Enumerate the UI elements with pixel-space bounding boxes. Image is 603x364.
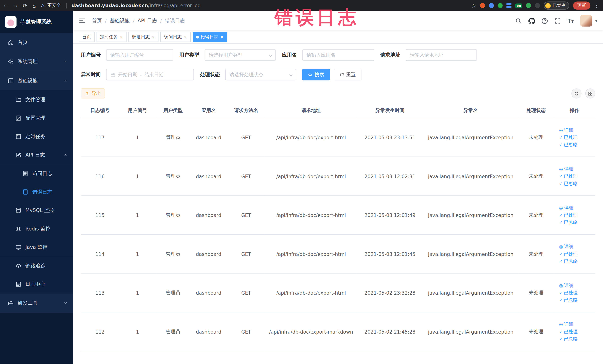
document-icon xyxy=(22,170,28,176)
extension-grid-icon[interactable] xyxy=(506,3,511,8)
close-icon[interactable]: × xyxy=(152,35,155,39)
check-icon: ✓ xyxy=(559,328,563,335)
request-url-input[interactable] xyxy=(406,49,477,61)
search-button[interactable]: 搜索 xyxy=(302,69,330,80)
chevron-down-icon xyxy=(63,59,68,64)
detail-link[interactable]: ◎详细 xyxy=(559,243,593,250)
sidebar-logo[interactable]: 芋道管理系统 xyxy=(0,11,73,33)
url-path: /infra/log/api-error-log xyxy=(148,3,201,9)
sidebar-item-config-management[interactable]: 配置管理 xyxy=(0,109,73,127)
breadcrumb-home[interactable]: 首页 xyxy=(92,17,102,24)
ignored-link[interactable]: ✓已忽略 xyxy=(559,141,593,148)
extension-icon[interactable] xyxy=(535,3,540,8)
tab-error-logs[interactable]: 错误日志× xyxy=(193,32,227,42)
extension-icon[interactable] xyxy=(526,3,531,8)
detail-link[interactable]: ◎详细 xyxy=(559,321,593,328)
font-size-icon[interactable]: TT xyxy=(568,18,574,24)
cell-actions: ◎详细 ✓已处理 ✓已忽略 xyxy=(554,273,595,312)
paused-badge[interactable]: 已暂停 xyxy=(544,1,569,10)
eye-icon: ◎ xyxy=(559,204,563,211)
user-id-input[interactable] xyxy=(106,49,173,61)
detail-link[interactable]: ◎详细 xyxy=(559,165,593,172)
table-row: 114 1 管理员 dashboard GET /api/infra/db-do… xyxy=(81,234,595,273)
sidebar-item-trace[interactable]: 链路追踪 xyxy=(0,257,73,275)
cell-user-id: 1 xyxy=(119,273,156,312)
sidebar-item-redis-monitor[interactable]: Redis 监控 xyxy=(0,220,73,238)
site-security-label[interactable]: ⚠ 不安全 xyxy=(41,2,61,9)
request-url-label: 请求地址 xyxy=(380,52,400,59)
browser-update-button[interactable]: 更新 xyxy=(573,1,590,10)
sidebar-item-mysql-monitor[interactable]: MySQL 监控 xyxy=(0,201,73,220)
address-bar[interactable]: dashboard.yudao.iocoder.cn/infra/log/api… xyxy=(71,3,201,9)
extension-icon[interactable] xyxy=(480,3,485,8)
refresh-button[interactable] xyxy=(571,88,581,98)
column-settings-button[interactable] xyxy=(585,88,595,98)
table-toolbar: 导出 xyxy=(81,88,595,98)
extension-icon[interactable] xyxy=(498,3,503,8)
bookmark-star-icon[interactable]: ☆ xyxy=(471,3,476,8)
detail-link[interactable]: ◎详细 xyxy=(559,127,593,134)
caret-down-icon[interactable]: ▾ xyxy=(595,19,597,23)
export-button[interactable]: 导出 xyxy=(81,88,105,98)
sidebar-item-scheduled-tasks[interactable]: 定时任务 xyxy=(0,127,73,146)
app-name-input[interactable] xyxy=(302,49,374,61)
close-icon[interactable]: × xyxy=(220,35,224,39)
ignored-link[interactable]: ✓已忽略 xyxy=(559,335,593,342)
tab-scheduled-tasks[interactable]: 定时任务× xyxy=(97,32,127,42)
sidebar-item-java-monitor[interactable]: Java 监控 xyxy=(0,238,73,257)
sidebar-item-system-management[interactable]: 系统管理 xyxy=(0,52,73,71)
active-dot xyxy=(196,35,199,38)
browser-menu-icon[interactable]: ⋮ xyxy=(594,3,599,9)
close-icon[interactable]: × xyxy=(120,35,123,39)
tab-access-logs[interactable]: 访问日志× xyxy=(161,32,191,42)
detail-link[interactable]: ◎详细 xyxy=(559,204,593,211)
tab-home[interactable]: 首页 xyxy=(79,32,94,42)
eye-icon: ◎ xyxy=(559,165,563,172)
hamburger-icon[interactable] xyxy=(79,17,86,24)
breadcrumb-infrastructure[interactable]: 基础设施 xyxy=(110,17,130,24)
fullscreen-icon[interactable] xyxy=(555,17,561,24)
user-type-select[interactable]: 请选择用户类型 xyxy=(205,49,276,61)
sidebar-item-infrastructure[interactable]: 基础设施 xyxy=(0,71,73,91)
sidebar-item-home[interactable]: 首页 xyxy=(0,33,73,52)
ignored-link[interactable]: ✓已忽略 xyxy=(559,258,593,265)
browser-home-icon[interactable]: ⌂ xyxy=(33,3,36,8)
processed-link[interactable]: ✓已处理 xyxy=(559,289,593,296)
tab-dispatch-logs[interactable]: 调度日志× xyxy=(128,32,159,42)
breadcrumb-api-logs[interactable]: API 日志 xyxy=(138,17,157,24)
cell-exception-time: 2021-05-03 12:02:31 xyxy=(357,157,423,196)
browser-reload-icon[interactable]: ⟳ xyxy=(23,3,27,8)
github-icon[interactable] xyxy=(529,17,535,24)
sidebar-item-access-logs[interactable]: 访问日志 xyxy=(0,164,73,183)
sidebar-item-error-logs[interactable]: 错误日志 xyxy=(0,183,73,201)
ignored-link[interactable]: ✓已忽略 xyxy=(559,180,593,187)
processed-link[interactable]: ✓已处理 xyxy=(559,211,593,219)
cell-user-id: 1 xyxy=(119,312,156,351)
cell-status: 未处理 xyxy=(519,157,554,196)
ignored-link[interactable]: ✓已忽略 xyxy=(559,296,593,304)
detail-link[interactable]: ◎详细 xyxy=(559,282,593,289)
date-range-picker[interactable]: 开始日期 - 结束日期 xyxy=(106,69,194,80)
processed-link[interactable]: ✓已处理 xyxy=(559,172,593,180)
close-icon[interactable]: × xyxy=(184,35,187,39)
sidebar-item-log-center[interactable]: 日志中心 xyxy=(0,275,73,294)
cell-status: 未处理 xyxy=(519,118,554,157)
processed-link[interactable]: ✓已处理 xyxy=(559,328,593,335)
processed-link[interactable]: ✓已处理 xyxy=(559,134,593,141)
search-icon[interactable] xyxy=(515,17,522,24)
processed-link[interactable]: ✓已处理 xyxy=(559,250,593,258)
extension-on-badge[interactable]: on xyxy=(515,3,522,8)
sidebar-item-file-management[interactable]: 文件管理 xyxy=(0,91,73,109)
avatar[interactable] xyxy=(580,15,592,26)
sidebar-item-dev-tools[interactable]: 研发工具 xyxy=(0,294,73,313)
help-icon[interactable] xyxy=(542,17,548,24)
reset-button[interactable]: 重置 xyxy=(334,69,361,80)
cell-request-url: /api/infra/db-doc/export-html xyxy=(265,157,357,196)
process-status-select[interactable]: 请选择处理状态 xyxy=(225,69,296,80)
cell-request-url: /api/infra/db-doc/export-markdown xyxy=(265,312,357,351)
extension-icon[interactable] xyxy=(489,3,494,8)
browser-back-icon[interactable]: ← xyxy=(4,3,8,8)
sidebar-item-api-logs[interactable]: API 日志 xyxy=(0,146,73,164)
browser-forward-icon[interactable]: → xyxy=(13,3,18,8)
ignored-link[interactable]: ✓已忽略 xyxy=(559,219,593,226)
